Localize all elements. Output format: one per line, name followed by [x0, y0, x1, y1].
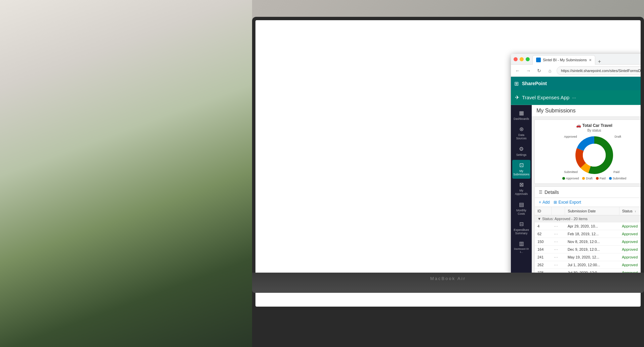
sidebar-settings-label: Settings	[516, 153, 527, 157]
cell-status: Approved	[619, 253, 641, 261]
table-row: 241 ··· May 19, 2020, 12... Approved Amy…	[535, 253, 641, 261]
legend-approved: Approved	[562, 177, 579, 180]
sidebar-item-settings[interactable]: ⚙ Settings	[512, 144, 530, 159]
legend-paid-label: Paid	[600, 177, 606, 180]
content-header: My Submissions	[532, 105, 641, 117]
sidebar-mysubmissions-label: My Submissions	[513, 169, 529, 176]
cell-menu[interactable]: ···	[551, 238, 565, 246]
browser-window: Sintel BI - My Submissions ✕ + ← → ↻ ⌂ ⊞	[511, 54, 641, 283]
add-button[interactable]: + Add	[539, 200, 550, 205]
details-title: Details	[545, 189, 559, 195]
app-more-button[interactable]: ···	[572, 95, 576, 100]
cell-date: Dec 9, 2019, 12:0...	[565, 246, 619, 253]
sidebar-item-expenditure[interactable]: ⊟ Expenditure Summary	[512, 219, 530, 238]
group-header-row: ▼ Status: Approved - 20 items	[535, 215, 641, 222]
svg-point-4	[583, 144, 606, 167]
maximize-button[interactable]	[526, 57, 530, 61]
cell-menu[interactable]: ···	[551, 230, 565, 238]
laptop-base	[252, 273, 644, 293]
sidebar-item-dashboard-copy[interactable]: ▥ Dashboard Ot 1...	[512, 238, 530, 256]
settings-icon: ⚙	[519, 146, 524, 152]
excel-icon: ⊞	[554, 200, 557, 205]
forward-button[interactable]: →	[524, 67, 532, 75]
col-date: Submission Date	[565, 207, 619, 215]
address-bar[interactable]	[557, 66, 641, 75]
car-travel-subtitle: By status	[538, 129, 641, 132]
group-label: Status: Approved - 20 items	[542, 217, 588, 221]
legend-submitted-dot	[609, 177, 612, 180]
cell-id: 164	[535, 246, 551, 253]
sidebar-monthlycosts-label: Monthly Costs	[514, 209, 529, 215]
sidebar-dashboards-label: Dashboards	[514, 117, 529, 120]
details-header: ☰ Details	[535, 187, 641, 198]
plant-area	[0, 0, 252, 347]
car-travel-label-paid: Paid	[613, 170, 619, 174]
add-icon: +	[539, 200, 541, 205]
table-row: 262 ··· Jul 1, 2020, 12:00... Approved A…	[535, 261, 641, 269]
cell-status: Approved	[619, 222, 641, 230]
waffle-icon[interactable]: ⊞	[514, 80, 519, 87]
details-table: ID Submission Date Status ↑ Requestor De…	[535, 207, 641, 283]
legend-paid-dot	[596, 177, 599, 180]
charts-row: 🚗 Total Car Travel By status	[532, 117, 641, 186]
legend-approved-label: Approved	[566, 177, 579, 180]
expenditure-icon: ⊟	[519, 221, 524, 227]
refresh-button[interactable]: ↻	[535, 67, 543, 75]
app-header: ✈ Travel Expenses App ···	[511, 90, 641, 105]
legend-draft-label: Draft	[586, 177, 593, 180]
sidebar-dashboard-copy-label: Dashboard Ot 1...	[514, 248, 529, 253]
car-travel-label-approved: Approved	[564, 135, 577, 138]
car-travel-label-draft: Draft	[614, 135, 621, 138]
table-wrapper: ID Submission Date Status ↑ Requestor De…	[535, 207, 641, 283]
car-travel-title: 🚗 Total Car Travel	[538, 123, 641, 128]
home-button[interactable]: ⌂	[546, 67, 554, 75]
col-menu	[551, 207, 565, 215]
cell-date: Jul 1, 2020, 12:00...	[565, 261, 619, 269]
car-travel-icon: 🚗	[576, 123, 582, 128]
sidebar-item-dashboards[interactable]: ▦ Dashboards	[512, 108, 530, 123]
tab-favicon	[536, 58, 541, 62]
table-header: ID Submission Date Status ↑ Requestor De…	[535, 207, 641, 215]
details-section: ☰ Details + Add ⊞ Excel Export	[534, 186, 641, 283]
cell-status: Approved	[619, 238, 641, 246]
car-travel-label-submitted: Submitted	[564, 170, 578, 174]
sidebar-myapprovals-label: My Approvals	[514, 189, 529, 196]
sidebar-item-mysubmissions[interactable]: ⊡ My Submissions	[512, 160, 530, 179]
legend-submitted: Submitted	[609, 177, 627, 180]
minimize-button[interactable]	[520, 57, 524, 61]
cell-menu[interactable]: ···	[551, 261, 565, 269]
cell-id: 62	[535, 230, 551, 238]
legend-draft-dot	[582, 177, 585, 180]
dashboard-copy-icon: ▥	[519, 241, 524, 246]
cell-menu[interactable]: ···	[551, 246, 565, 253]
cell-menu[interactable]: ···	[551, 253, 565, 261]
close-button[interactable]	[514, 57, 518, 61]
sharepoint-topbar: ⊞ SharePoint 🔍	[511, 77, 641, 90]
legend-approved-dot	[562, 177, 565, 180]
sidebar-item-monthlycosts[interactable]: ▤ Monthly Costs	[512, 199, 530, 218]
cell-date: Nov 8, 2019, 12:0...	[565, 238, 619, 246]
new-tab-button[interactable]: +	[595, 59, 604, 65]
active-tab[interactable]: Sintel BI - My Submissions ✕	[532, 55, 595, 65]
tab-close-button[interactable]: ✕	[589, 58, 592, 62]
content-area: My Submissions 🚗 Total Car Travel By sta…	[532, 105, 641, 283]
monthlycosts-icon: ▤	[519, 202, 524, 207]
mysubmissions-icon: ⊡	[519, 163, 524, 168]
back-button[interactable]: ←	[514, 67, 522, 75]
browser-titlebar: Sintel BI - My Submissions ✕ +	[511, 54, 641, 65]
sidebar-item-datasources[interactable]: ⊛ Data Sources	[512, 124, 530, 143]
sharepoint-brand: SharePoint	[522, 81, 547, 86]
sidebar-item-myapprovals[interactable]: ⊠ My Approvals	[512, 179, 530, 198]
col-status[interactable]: Status ↑	[619, 207, 641, 215]
details-icon: ☰	[539, 190, 542, 195]
car-travel-donut	[574, 135, 614, 175]
cell-status: Approved	[619, 246, 641, 253]
sharepoint-app: ⊞ SharePoint 🔍 ✈ Travel Expenses App ···	[511, 77, 641, 283]
sidebar-datasources-label: Data Sources	[514, 133, 529, 140]
cell-menu[interactable]: ···	[551, 222, 565, 230]
cell-date: Apr 29, 2020, 10...	[565, 222, 619, 230]
group-collapse-icon[interactable]: ▼	[537, 217, 541, 221]
cell-id: 262	[535, 261, 551, 269]
page-title: My Submissions	[536, 108, 575, 113]
excel-export-button[interactable]: ⊞ Excel Export	[554, 200, 581, 205]
